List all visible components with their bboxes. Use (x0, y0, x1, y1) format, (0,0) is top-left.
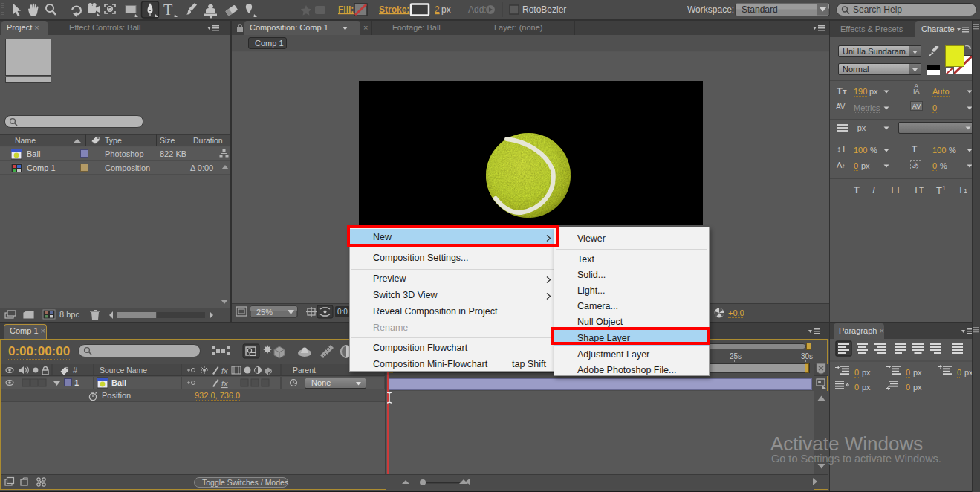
svg-text:Search Help: Search Help (853, 4, 902, 15)
svg-text:0:0: 0:0 (337, 308, 348, 316)
svg-text:fx: fx (221, 379, 228, 388)
svg-text:Fill:: Fill: (338, 4, 354, 15)
svg-text:2: 2 (435, 4, 440, 15)
svg-text:Add:: Add: (468, 4, 487, 15)
svg-text:Workspace:: Workspace: (687, 4, 734, 15)
svg-text:Standard: Standard (742, 4, 778, 15)
svg-text:RotoBezier: RotoBezier (522, 4, 566, 15)
svg-text:Source Name: Source Name (100, 366, 147, 375)
svg-text:fx: fx (221, 366, 228, 375)
svg-text:Parent: Parent (293, 366, 316, 375)
svg-text:T: T (163, 1, 172, 18)
svg-text:Stroke:: Stroke: (379, 4, 409, 15)
svg-text:#: # (73, 366, 78, 375)
svg-text:px: px (441, 4, 451, 15)
svg-text:25%: 25% (256, 308, 273, 317)
